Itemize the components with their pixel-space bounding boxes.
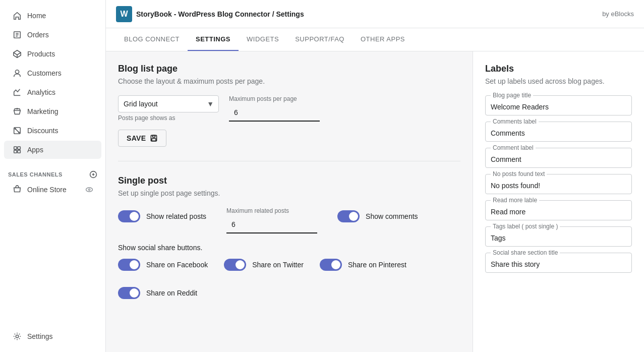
add-sales-channel-icon[interactable]: [89, 170, 97, 179]
main-area: W StoryBook - WordPress Blog Connector /…: [106, 0, 644, 352]
share-reddit-label: Share on Reddit: [146, 289, 197, 297]
single-post-title: Single post: [118, 175, 460, 186]
svg-rect-6: [14, 150, 17, 153]
save-label: SAVE: [127, 134, 146, 142]
tab-settings[interactable]: SETTINGS: [188, 28, 239, 51]
marketing-icon: [12, 106, 22, 116]
save-button[interactable]: SAVE: [118, 130, 166, 147]
layout-select[interactable]: Grid layout List layout Masonry layout: [118, 95, 219, 112]
home-icon: [12, 11, 22, 21]
label-field-comments-label: Comments label: [485, 122, 632, 142]
layout-group: Grid layout List layout Masonry layout ▼…: [118, 95, 219, 122]
sidebar-label-orders: Orders: [27, 31, 49, 39]
sidebar-item-orders[interactable]: Orders: [4, 26, 101, 44]
online-store-label: Online Store: [27, 186, 67, 194]
products-icon: [12, 49, 22, 59]
analytics-icon: [12, 87, 22, 97]
show-comments-label: Show comments: [366, 212, 418, 220]
share-facebook-toggle[interactable]: [118, 259, 140, 271]
share-facebook-row: Share on Facebook: [118, 259, 208, 271]
show-related-label: Show related posts: [146, 212, 206, 220]
svg-point-11: [16, 335, 18, 337]
sidebar-item-discounts[interactable]: Discounts: [4, 122, 101, 140]
sales-channels-label: SALES CHANNELS: [8, 170, 97, 179]
app-page: Settings: [276, 10, 304, 18]
share-twitter-toggle[interactable]: [224, 259, 246, 271]
svg-rect-5: [18, 147, 20, 149]
show-comments-toggle-row: Show comments: [337, 210, 418, 222]
social-desc: Show social share buttons.: [118, 244, 460, 252]
tab-blog-connect[interactable]: BLOG CONNECT: [116, 28, 188, 51]
label-field-comment-label: Comment label: [485, 148, 632, 168]
layout-select-wrapper: Grid layout List layout Masonry layout ▼: [118, 95, 219, 112]
sidebar-item-online-store[interactable]: Online Store: [4, 181, 101, 199]
sidebar-item-analytics[interactable]: Analytics: [4, 83, 101, 101]
online-store-icon: [12, 185, 22, 195]
share-pinterest-toggle[interactable]: [320, 259, 342, 271]
label-field-blog-page-title: Blog page title: [485, 95, 632, 115]
sidebar-item-settings[interactable]: Settings: [4, 327, 101, 345]
label-field-title-comments-label: Comments label: [491, 118, 539, 125]
label-field-no-posts-text: No posts found text: [485, 174, 632, 194]
max-related-label: Maximum related posts: [226, 207, 317, 214]
layout-hint: Posts page shows as: [118, 114, 219, 122]
label-field-title-read-more-label: Read more lable: [491, 197, 539, 204]
apps-icon: [12, 145, 22, 155]
blog-list-desc: Choose the layout & maximum posts per pa…: [118, 77, 460, 85]
share-pinterest-row: Share on Pinterest: [320, 259, 406, 271]
tabs: BLOG CONNECT SETTINGS WIDGETS SUPPORT/FA…: [106, 28, 644, 51]
label-field-tags-label: Tags label ( post single ): [485, 226, 632, 247]
show-comments-toggle[interactable]: [337, 210, 360, 222]
sidebar-item-marketing[interactable]: Marketing: [4, 102, 101, 121]
svg-point-9: [86, 188, 93, 192]
single-post-row: Show related posts Maximum related posts…: [118, 207, 460, 233]
title-separator: /: [272, 10, 274, 18]
blog-list-title: Blog list page: [118, 64, 460, 74]
tab-support-faq[interactable]: SUPPORT/FAQ: [287, 28, 353, 51]
share-reddit-row: Share on Reddit: [118, 287, 460, 299]
tab-widgets[interactable]: WIDGETS: [239, 28, 287, 51]
left-panel: Blog list page Choose the layout & maxim…: [106, 51, 473, 352]
show-related-toggle-row: Show related posts: [118, 210, 206, 222]
label-field-read-more-label: Read more lable: [485, 200, 632, 220]
max-posts-label: Maximum posts per page: [229, 95, 320, 102]
svg-point-1: [15, 70, 19, 74]
discounts-icon: [12, 126, 22, 136]
max-posts-group: Maximum posts per page: [229, 95, 320, 122]
max-related-input[interactable]: [226, 216, 317, 233]
show-related-toggle[interactable]: [118, 210, 140, 222]
single-post-desc: Set up single post page settings.: [118, 189, 460, 197]
label-fields: Blog page title Comments label Comment l…: [485, 95, 632, 273]
sidebar: Home Orders Products Customers Analytics…: [0, 0, 106, 352]
sidebar-label-settings: Settings: [27, 332, 53, 340]
orders-icon: [12, 30, 22, 40]
label-field-title-blog-page-title: Blog page title: [491, 92, 533, 99]
topbar-left: W StoryBook - WordPress Blog Connector /…: [116, 6, 304, 22]
eye-icon[interactable]: [85, 186, 93, 194]
sidebar-item-products[interactable]: Products: [4, 45, 101, 63]
wordpress-icon: W: [116, 6, 132, 22]
blog-list-section: Blog list page Choose the layout & maxim…: [118, 64, 460, 147]
max-related-group: Maximum related posts: [226, 207, 317, 233]
share-pinterest-label: Share on Pinterest: [348, 261, 406, 269]
svg-point-10: [88, 189, 90, 190]
settings-icon: [12, 331, 22, 341]
topbar-right: by eBlocks: [602, 10, 634, 18]
content: Blog list page Choose the layout & maxim…: [106, 51, 644, 352]
customers-icon: [12, 68, 22, 78]
svg-rect-13: [153, 135, 155, 137]
sidebar-item-apps[interactable]: Apps: [4, 141, 101, 159]
share-reddit-toggle[interactable]: [118, 287, 140, 299]
sidebar-item-customers[interactable]: Customers: [4, 64, 101, 82]
share-twitter-row: Share on Twitter: [224, 259, 304, 271]
svg-rect-7: [18, 150, 20, 153]
sidebar-label-marketing: Marketing: [27, 107, 58, 115]
sidebar-item-home[interactable]: Home: [4, 7, 101, 25]
right-panel: Labels Set up labels used across blog pa…: [473, 51, 644, 352]
labels-title: Labels: [485, 64, 632, 74]
save-icon: [150, 134, 158, 142]
label-field-title-tags-label: Tags label ( post single ): [491, 223, 560, 230]
app-title: StoryBook - WordPress Blog Connector / S…: [136, 10, 304, 18]
tab-other-apps[interactable]: OTHER APPS: [353, 28, 413, 51]
max-posts-input[interactable]: [229, 104, 320, 122]
